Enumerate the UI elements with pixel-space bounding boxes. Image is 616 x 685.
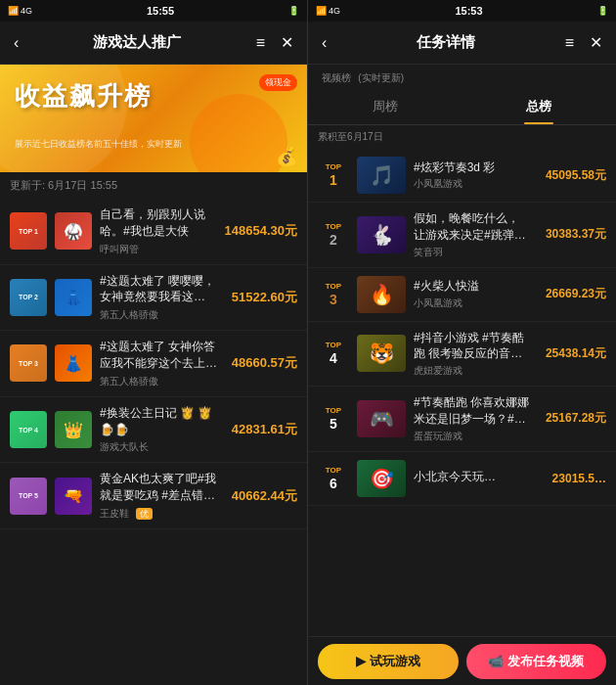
r-list-item[interactable]: TOP 5 🎮 #节奏酷跑 你喜欢娜娜米还是旧梦一场？#00后 蛋蛋玩游戏 25… bbox=[308, 387, 616, 452]
r-item-price-1: 45095.58元 bbox=[538, 167, 606, 184]
r-list-item[interactable]: TOP 3 🔥 #火柴人快溢 小凤凰游戏 26669.23元 bbox=[308, 268, 616, 322]
section-subtitle: (实时更新) bbox=[358, 72, 404, 83]
item-title-5: 黄金AK也太爽了吧#我就是要吃鸡 #差点错过这游戏 bbox=[100, 471, 220, 504]
r-item-price-3: 26669.23元 bbox=[538, 286, 606, 302]
publish-label: 发布任务视频 bbox=[507, 653, 584, 670]
thumb-2: 👗 bbox=[55, 279, 92, 316]
item-author-5: 王皮鞋 优 bbox=[100, 507, 220, 521]
banner-title: 收益飙升榜 bbox=[15, 79, 152, 114]
r-item-author-3: 小凤凰游戏 bbox=[414, 297, 530, 310]
right-signal-icon: 📶 bbox=[316, 6, 327, 16]
left-close-button[interactable]: ✕ bbox=[277, 29, 297, 56]
r-list-item[interactable]: TOP 2 🐇 假如，晚餐吃什么，让游戏来决定#跳弹球球 #… 笑音羽 3038… bbox=[308, 203, 616, 268]
list-item[interactable]: TOP 4 👑 #换装公主日记 👸 👸 🍺🍺 游戏大队长 42831.61元 bbox=[0, 397, 307, 464]
list-item[interactable]: TOP 5 🔫 黄金AK也太爽了吧#我就是要吃鸡 #差点错过这游戏 王皮鞋 优 … bbox=[0, 463, 307, 529]
r-item-content-6: 小北京今天玩… bbox=[414, 469, 530, 487]
r-list-item[interactable]: TOP 1 🎵 #炫彩节奏3d 彩 小凤凰游戏 45095.58元 bbox=[308, 149, 616, 203]
left-panel: 📶 4G 15:55 🔋 ‹ 游戏达人推广 ≡ ✕ 收益飙升榜 展示近七日收益榜… bbox=[0, 0, 308, 685]
item-author-1: 呼叫网管 bbox=[100, 243, 213, 256]
r-rank-2: TOP 2 bbox=[318, 222, 349, 248]
r-item-price-2: 30383.37元 bbox=[538, 226, 606, 243]
list-item[interactable]: TOP 1 🥋 自己看，别跟别人说哈。#我也是大侠 呼叫网管 148654.30… bbox=[0, 199, 307, 265]
r-item-price-4: 25438.14元 bbox=[538, 345, 606, 362]
r-thumb-2: 🐇 bbox=[357, 216, 406, 253]
item-content-2: #这题太难了 嘤嘤嘤，女神竟然要我看这个…… 第五人格骄傲 bbox=[100, 273, 220, 323]
r-item-content-5: #节奏酷跑 你喜欢娜娜米还是旧梦一场？#00后 蛋蛋玩游戏 bbox=[414, 394, 530, 443]
r-item-title-5: #节奏酷跑 你喜欢娜娜米还是旧梦一场？#00后 bbox=[414, 394, 530, 428]
thumb-1: 🥋 bbox=[55, 212, 92, 250]
left-list: TOP 1 🥋 自己看，别跟别人说哈。#我也是大侠 呼叫网管 148654.30… bbox=[0, 199, 307, 685]
tab-total[interactable]: 总榜 bbox=[462, 89, 617, 124]
rank-badge-2: TOP 2 bbox=[10, 279, 47, 316]
left-back-button[interactable]: ‹ bbox=[10, 30, 22, 56]
right-battery: 🔋 bbox=[597, 6, 608, 16]
r-item-content-2: 假如，晚餐吃什么，让游戏来决定#跳弹球球 #… 笑音羽 bbox=[414, 210, 530, 259]
left-update-info: 更新于: 6月17日 15:55 bbox=[0, 172, 307, 199]
r-item-content-4: #抖音小游戏 #节奏酷跑 很考验反应的音乐游戏… 虎妞爱游戏 bbox=[414, 330, 530, 379]
rank-label-5: TOP 5 bbox=[19, 492, 38, 499]
r-list-item[interactable]: TOP 6 🎯 小北京今天玩… 23015.5… bbox=[308, 452, 616, 506]
section-label: 视频榜 (实时更新) bbox=[308, 65, 616, 89]
tab-weekly[interactable]: 周榜 bbox=[308, 89, 462, 124]
item-title-3: #这题太难了 女神你答应我不能穿这个去上学😅 bbox=[100, 339, 220, 372]
item-author-4: 游戏大队长 bbox=[100, 440, 220, 454]
play-icon: ▶ bbox=[356, 654, 366, 668]
r-item-content-3: #火柴人快溢 小凤凰游戏 bbox=[414, 278, 530, 310]
publish-icon: 📹 bbox=[488, 654, 504, 668]
thumb-4: 👑 bbox=[55, 411, 92, 448]
item-content-1: 自己看，别跟别人说哈。#我也是大侠 呼叫网管 bbox=[100, 206, 213, 256]
right-close-button[interactable]: ✕ bbox=[586, 29, 606, 56]
r-item-author-2: 笑音羽 bbox=[414, 246, 530, 259]
r-rank-1: TOP 1 bbox=[318, 162, 349, 188]
right-title: 任务详情 bbox=[330, 33, 560, 52]
left-menu-button[interactable]: ≡ bbox=[252, 30, 269, 56]
thumb-5: 🔫 bbox=[55, 478, 92, 515]
thumb-3: 👗 bbox=[55, 344, 92, 382]
left-header-icons: ≡ ✕ bbox=[252, 29, 297, 56]
left-header: ‹ 游戏达人推广 ≡ ✕ bbox=[0, 22, 307, 65]
rank-badge-5: TOP 5 bbox=[10, 478, 47, 515]
right-back-button[interactable]: ‹ bbox=[318, 30, 330, 56]
item-price-4: 42831.61元 bbox=[232, 421, 297, 438]
item-title-4: #换装公主日记 👸 👸 🍺🍺 bbox=[100, 405, 220, 438]
publish-button[interactable]: 📹 发布任务视频 bbox=[466, 644, 607, 679]
item-price-1: 148654.30元 bbox=[225, 222, 297, 240]
r-item-title-3: #火柴人快溢 bbox=[414, 278, 530, 295]
item-title-1: 自己看，别跟别人说哈。#我也是大侠 bbox=[100, 206, 213, 240]
right-list: TOP 1 🎵 #炫彩节奏3d 彩 小凤凰游戏 45095.58元 TOP 2 … bbox=[308, 149, 616, 636]
banner-coins-icon: 💰 bbox=[276, 146, 297, 167]
play-button[interactable]: ▶ 试玩游戏 bbox=[318, 644, 459, 679]
r-item-content-1: #炫彩节奏3d 彩 小凤凰游戏 bbox=[414, 160, 530, 192]
r-item-author-5: 蛋蛋玩游戏 bbox=[414, 430, 530, 443]
right-menu-button[interactable]: ≡ bbox=[561, 30, 578, 56]
item-price-5: 40662.44元 bbox=[232, 487, 297, 505]
right-header-icons: ≡ ✕ bbox=[561, 29, 606, 56]
banner-tag[interactable]: 领现金 bbox=[259, 74, 297, 91]
right-status-bar: 📶 4G 15:53 🔋 bbox=[308, 0, 616, 22]
item-author-2: 第五人格骄傲 bbox=[100, 308, 220, 322]
r-rank-3: TOP 3 bbox=[318, 282, 349, 307]
tabs-row: 周榜 总榜 bbox=[308, 89, 616, 125]
r-list-item[interactable]: TOP 4 🐯 #抖音小游戏 #节奏酷跑 很考验反应的音乐游戏… 虎妞爱游戏 2… bbox=[308, 322, 616, 388]
rank-badge-4: TOP 4 bbox=[10, 411, 47, 448]
right-battery-icon: 🔋 bbox=[597, 6, 608, 16]
left-banner: 收益飙升榜 展示近七日收益榜名前五十佳绩，实时更新 领现金 💰 bbox=[0, 65, 307, 172]
list-item[interactable]: TOP 3 👗 #这题太难了 女神你答应我不能穿这个去上学😅 第五人格骄傲 48… bbox=[0, 331, 307, 397]
rank-badge-3: TOP 3 bbox=[10, 344, 47, 382]
r-rank-6: TOP 6 bbox=[318, 466, 349, 491]
left-signal-text: 4G bbox=[21, 6, 32, 16]
list-item[interactable]: TOP 2 👗 #这题太难了 嘤嘤嘤，女神竟然要我看这个…… 第五人格骄傲 51… bbox=[0, 265, 307, 332]
rank-label-2: TOP 2 bbox=[19, 294, 38, 300]
right-signal: 📶 4G bbox=[316, 6, 340, 16]
item-author-3: 第五人格骄傲 bbox=[100, 375, 220, 388]
right-bottom-bar: ▶ 试玩游戏 📹 发布任务视频 bbox=[308, 636, 616, 685]
r-item-author-4: 虎妞爱游戏 bbox=[414, 364, 530, 378]
r-item-price-5: 25167.28元 bbox=[538, 410, 606, 427]
left-signal-icon: 📶 bbox=[8, 6, 19, 16]
left-battery: 🔋 bbox=[288, 6, 299, 16]
play-label: 试玩游戏 bbox=[370, 653, 420, 670]
rank-badge-1: TOP 1 bbox=[10, 212, 47, 250]
r-thumb-3: 🔥 bbox=[357, 276, 406, 313]
r-rank-5: TOP 5 bbox=[318, 406, 349, 432]
left-status-bar: 📶 4G 15:55 🔋 bbox=[0, 0, 307, 22]
